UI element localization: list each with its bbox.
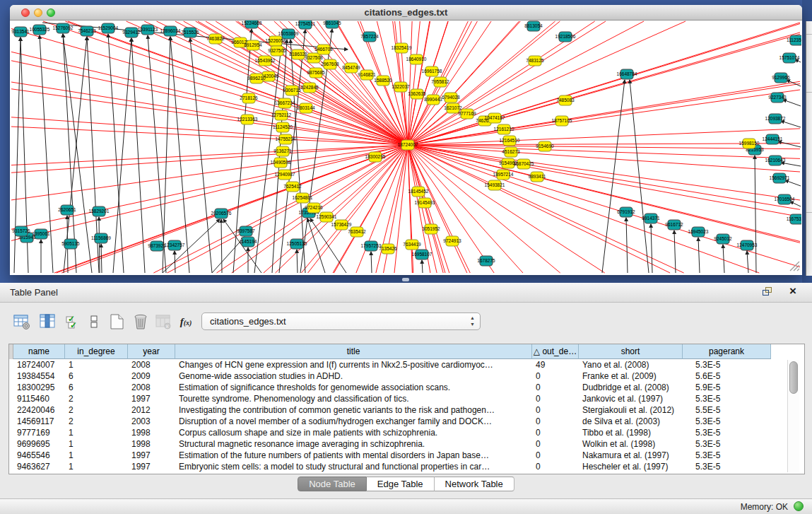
table-header-row: namein_degreeyeartitle△ out_de…shortpage… xyxy=(13,344,771,359)
table-cell: Investigating the contribution of common… xyxy=(175,404,532,416)
graph-node-label: 12470953 xyxy=(737,243,758,247)
graph-node-label: 9893411 xyxy=(529,174,546,179)
graph-node-label: 15692971 xyxy=(770,175,790,180)
column-header-year[interactable]: year xyxy=(128,344,175,359)
graph-node-label: 12444151 xyxy=(763,136,783,141)
graph-node-label: 11675301 xyxy=(787,216,801,221)
graph-node-label: 15226058 xyxy=(266,38,286,43)
table-row[interactable]: 977716911998Corpus callosum shape and si… xyxy=(13,427,771,438)
graph-node-label: 16958107 xyxy=(412,252,433,257)
table-cell: Franke et al. (2009) xyxy=(579,370,683,382)
table-cell: 5.3E-5 xyxy=(683,427,771,438)
memory-status-indicator[interactable] xyxy=(794,501,804,511)
column-header-out_de[interactable]: △ out_de… xyxy=(532,344,579,359)
column-header-short[interactable]: short xyxy=(579,344,683,359)
column-header-name[interactable]: name xyxy=(13,344,65,359)
table-row[interactable]: 1456911722003Disruption of a novel membe… xyxy=(13,416,771,427)
column-header-pagerank[interactable]: pagerank xyxy=(683,344,771,359)
graph-node-label: 10391123 xyxy=(138,27,158,32)
tab-network-table[interactable]: Network Table xyxy=(435,477,514,491)
graph-node-label: 15493821 xyxy=(485,182,505,187)
graph-node-label: 9146821 xyxy=(358,72,376,77)
table-row[interactable]: 969969511998Structural magnetic resonanc… xyxy=(13,438,771,450)
table-row[interactable]: 946554611997Estimation of the future num… xyxy=(13,450,771,461)
table-row[interactable]: 1938455462009Genome-wide association stu… xyxy=(13,370,771,382)
table-cell: 2003 xyxy=(128,416,175,427)
table-row[interactable]: 911546021997Tourette syndrome. Phenomeno… xyxy=(13,393,771,404)
graph-node-label: 12590341 xyxy=(317,214,337,219)
graph-node-label: 9315726 xyxy=(12,228,30,233)
table-cell: Structural magnetic resonance image aver… xyxy=(175,438,532,450)
graph-node-label: 2718126 xyxy=(240,95,258,100)
table-cell: 9465546 xyxy=(13,450,65,461)
scrollbar-thumb[interactable] xyxy=(789,361,798,394)
show-columns-button[interactable] xyxy=(37,311,58,332)
table-cell: Genome-wide association studies in ADHD. xyxy=(175,370,532,382)
graph-node-label: 9616712 xyxy=(665,222,683,227)
graph-node-label: 7955812 xyxy=(431,79,449,84)
graph-node-label: 1362635 xyxy=(408,91,426,96)
table-panel-header: Table Panel × xyxy=(0,283,812,303)
graph-node-label: 16053809 xyxy=(278,31,299,36)
close-panel-icon[interactable]: × xyxy=(789,284,796,298)
graph-node-label: 7857224 xyxy=(360,34,379,39)
graph-node-label: 2620651 xyxy=(58,207,76,212)
selection-mode-button[interactable]: ✓✓ xyxy=(62,311,83,332)
resize-grip[interactable] xyxy=(790,262,799,271)
network-canvas[interactable]: 9313541100553251527609275462131152900493… xyxy=(11,21,801,274)
tab-node-table[interactable]: Node Table xyxy=(298,477,367,491)
split-pane-handle[interactable] xyxy=(402,278,409,281)
table-cell: 9699695 xyxy=(13,438,65,450)
column-header-in_degree[interactable]: in_degree xyxy=(65,344,128,359)
graph-node-label: 9129966 xyxy=(772,75,790,80)
table-cell: 5.3E-5 xyxy=(683,359,771,370)
function-builder-button[interactable]: f(x) xyxy=(175,311,196,332)
graph-node-label: 10490598 xyxy=(271,160,291,165)
table-cell: Changes of HCN gene expression and I(f) … xyxy=(175,359,532,370)
graph-node-label: 1621072 xyxy=(444,105,462,110)
tab-edge-table[interactable]: Edge Table xyxy=(367,477,435,491)
table-cell: 0 xyxy=(532,438,579,450)
delete-column-button[interactable] xyxy=(130,311,151,332)
window-titlebar[interactable]: citations_edges.txt xyxy=(10,5,802,21)
table-cell: 1997 xyxy=(128,450,175,461)
table-row[interactable]: 2242004622012Investigating the contribut… xyxy=(13,404,771,416)
graph-node-label: 12164510 xyxy=(500,138,520,143)
graph-node-label: 9242848 xyxy=(300,85,319,90)
graph-node-label: 9896210 xyxy=(247,76,266,81)
table-cell: Disruption of a novel member of a sodium… xyxy=(175,416,532,427)
table-cell: 5.3E-5 xyxy=(683,416,771,427)
graph-node-label: 9327505 xyxy=(268,48,286,53)
float-panel-icon[interactable] xyxy=(763,287,774,297)
table-cell: 5.9E-5 xyxy=(683,382,771,393)
table-cell: Dudbridge et al. (2008) xyxy=(579,382,683,393)
vertical-scrollbar[interactable] xyxy=(787,360,799,472)
graph-node-label: 8813054 xyxy=(524,23,543,28)
svg-text:x: x xyxy=(166,323,169,329)
table-row[interactable]: 946362711997Embryonic stem cells: a mode… xyxy=(13,461,771,472)
table-row[interactable]: 1830029562008Estimation of significance … xyxy=(13,382,771,393)
table-selector-dropdown[interactable]: citations_edges.txt ▲▼ xyxy=(201,313,481,330)
table-mode-button[interactable] xyxy=(11,311,33,332)
graph-node-label: 9306715 xyxy=(283,88,301,93)
window-title: citations_edges.txt xyxy=(10,7,802,18)
delete-table-button-disabled: x xyxy=(153,311,174,332)
table-row[interactable]: 1872400712008Changes of HCN gene express… xyxy=(13,359,771,370)
graph-node-label: 7135426 xyxy=(379,246,397,251)
table-cell: 2 xyxy=(65,393,128,404)
network-view[interactable]: 9313541100553251527609275462131152900493… xyxy=(11,21,801,274)
graph-node-label: 12213363 xyxy=(237,117,258,122)
graph-node-label: 11529004 xyxy=(98,25,119,30)
table-cell: 0 xyxy=(532,416,579,427)
graph-node-label: 16961758 xyxy=(422,69,442,74)
divider xyxy=(806,212,812,213)
table-selector-value: citations_edges.txt xyxy=(210,316,286,327)
graph-node-label: 9724913 xyxy=(443,238,461,243)
table-cell: 1997 xyxy=(128,461,175,472)
row-height-button[interactable] xyxy=(83,311,105,332)
table-cell: Nakamura et al. (1997) xyxy=(579,450,683,461)
create-column-button[interactable] xyxy=(106,311,127,332)
column-header-title[interactable]: title xyxy=(175,344,532,359)
table-cell: 9463627 xyxy=(13,461,65,472)
table-cell: 19384554 xyxy=(13,370,65,382)
